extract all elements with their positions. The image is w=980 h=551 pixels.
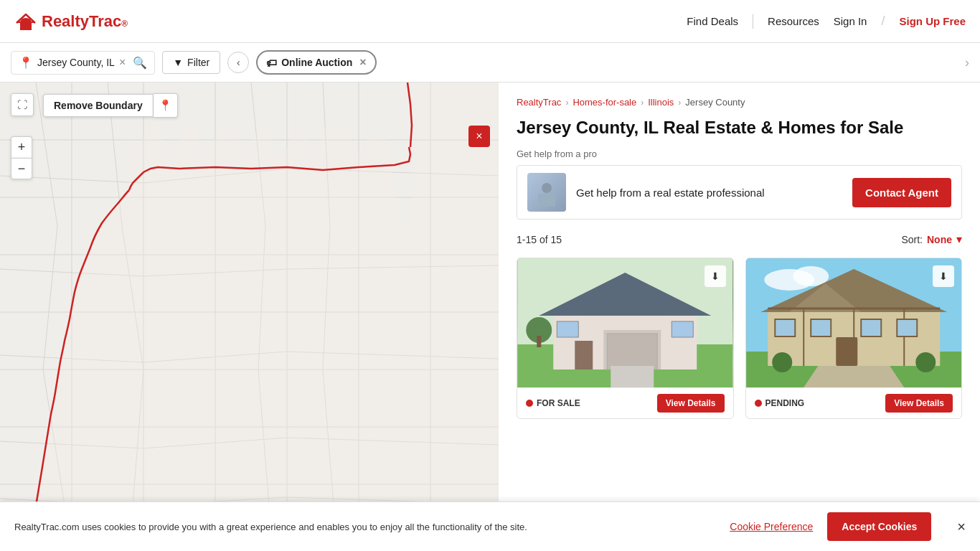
breadcrumb-illinois[interactable]: Illinois xyxy=(648,97,674,108)
logo-text: RealtyTrac® xyxy=(42,12,128,31)
online-auction-badge[interactable]: 🏷 Online Auction × xyxy=(256,50,376,75)
property-grid: ⬇ FOR SALE View Details xyxy=(517,258,962,419)
svg-rect-23 xyxy=(611,366,654,387)
status-dot-2 xyxy=(755,400,762,407)
svg-rect-41 xyxy=(811,319,831,336)
nav-divider xyxy=(753,14,753,29)
search-location-field[interactable]: 📍 Jersey County, IL × 🔍 xyxy=(11,51,155,75)
find-deals-link[interactable]: Find Deals xyxy=(687,15,738,27)
property-image-1: ⬇ xyxy=(517,258,733,387)
property-image-2: ⬇ xyxy=(746,258,962,387)
download-card-2-button[interactable]: ⬇ xyxy=(933,265,954,287)
location-pin-icon: 📍 xyxy=(19,56,33,70)
fullscreen-button[interactable]: ⛶ xyxy=(11,93,34,116)
breadcrumb-sep-1: › xyxy=(565,98,568,108)
card-footer-2: PENDING View Details xyxy=(746,387,962,418)
svg-rect-24 xyxy=(575,341,593,369)
status-for-sale: FOR SALE xyxy=(526,398,580,408)
location-value: Jersey County, IL xyxy=(37,57,115,68)
clear-location-icon[interactable]: × xyxy=(119,56,126,69)
download-card-1-button[interactable]: ⬇ xyxy=(705,265,726,287)
boundary-location-button[interactable]: 📍 xyxy=(154,93,178,118)
house-illustration-2 xyxy=(746,258,962,387)
agent-description: Get help from a real estate professional xyxy=(576,187,842,199)
sort-chevron-icon: ▾ xyxy=(956,232,962,246)
svg-rect-26 xyxy=(672,321,693,337)
breadcrumb-homes-for-sale[interactable]: Homes-for-sale xyxy=(573,97,636,108)
results-header: 1-15 of 15 Sort: None ▾ xyxy=(517,232,962,246)
breadcrumb-sep-2: › xyxy=(641,98,644,108)
svg-point-14 xyxy=(542,183,552,193)
accept-cookies-button[interactable]: Accept Cookies xyxy=(827,512,931,541)
svg-point-46 xyxy=(915,352,936,372)
cookie-actions: Cookie Preference Accept Cookies × xyxy=(730,512,966,541)
sign-in-link[interactable]: Sign In xyxy=(834,15,867,27)
close-icon: × xyxy=(476,130,482,143)
remove-boundary-bar: Remove Boundary 📍 xyxy=(43,93,178,118)
resources-link[interactable]: Resources xyxy=(768,15,819,27)
auction-icon: 🏷 xyxy=(266,57,277,69)
svg-rect-0 xyxy=(18,22,34,23)
breadcrumb: RealtyTrac › Homes-for-sale › Illinois ›… xyxy=(517,97,962,108)
help-label: Get help from a pro xyxy=(517,149,962,159)
view-details-button-2[interactable]: View Details xyxy=(885,394,953,413)
sort-label: Sort: xyxy=(901,234,923,245)
prev-arrow-button[interactable]: ‹ xyxy=(227,52,249,73)
property-card-2[interactable]: ⬇ PENDING View Details xyxy=(745,258,963,419)
house-illustration-1 xyxy=(517,258,733,387)
card-footer-1: FOR SALE View Details xyxy=(517,387,733,418)
svg-rect-44 xyxy=(836,337,857,366)
svg-rect-43 xyxy=(897,319,917,336)
status-pending: PENDING xyxy=(755,398,805,408)
zoom-in-button[interactable]: + xyxy=(11,136,32,158)
map-svg xyxy=(0,83,499,551)
agent-image xyxy=(527,173,566,212)
header: RealtyTrac® Find Deals Resources Sign In… xyxy=(0,0,980,43)
logo-icon xyxy=(14,10,37,33)
view-details-button-1[interactable]: View Details xyxy=(657,394,725,413)
svg-rect-16 xyxy=(538,194,555,207)
agent-banner: Get help from a real estate professional… xyxy=(517,165,962,220)
cookie-text: RealtyTrac.com uses cookies to provide y… xyxy=(14,522,631,532)
search-bar: 📍 Jersey County, IL × 🔍 ▼ Filter ‹ 🏷 Onl… xyxy=(0,43,980,83)
svg-rect-22 xyxy=(607,334,657,369)
header-nav: Find Deals Resources Sign In / Sign Up F… xyxy=(687,14,966,29)
breadcrumb-current: Jersey County xyxy=(685,97,745,108)
cookie-banner: RealtyTrac.com uses cookies to provide y… xyxy=(0,501,980,551)
listing-panel: RealtyTrac › Homes-for-sale › Illinois ›… xyxy=(499,83,980,551)
logo[interactable]: RealtyTrac® xyxy=(14,10,128,33)
filter-icon: ▼ xyxy=(173,57,183,68)
svg-point-45 xyxy=(772,352,792,372)
sort-area[interactable]: Sort: None ▾ xyxy=(901,232,962,246)
cookie-close-icon[interactable]: × xyxy=(957,519,966,535)
zoom-controls: + − xyxy=(11,136,32,179)
zoom-out-button[interactable]: − xyxy=(11,158,32,179)
property-card[interactable]: ⬇ FOR SALE View Details xyxy=(517,258,734,419)
status-dot-1 xyxy=(526,400,533,407)
agent-photo-icon xyxy=(532,178,561,207)
auction-close-icon[interactable]: × xyxy=(359,56,366,69)
location-marker-icon: 📍 xyxy=(159,99,172,112)
close-map-button[interactable]: × xyxy=(468,126,490,147)
remove-boundary-button[interactable]: Remove Boundary xyxy=(43,94,154,117)
page-title: Jersey County, IL Real Estate & Homes fo… xyxy=(517,116,962,138)
filter-button[interactable]: ▼ Filter xyxy=(162,51,220,74)
svg-rect-25 xyxy=(557,321,578,337)
cookie-preference-link[interactable]: Cookie Preference xyxy=(730,521,813,532)
nav-slash: / xyxy=(881,14,885,29)
svg-rect-28 xyxy=(537,336,541,347)
sign-up-link[interactable]: Sign Up Free xyxy=(899,15,966,27)
next-arrow-button[interactable]: › xyxy=(965,55,969,70)
main-content: Remove Boundary 📍 × + − ⛶ RealtyTrac › H… xyxy=(0,83,980,551)
breadcrumb-sep-3: › xyxy=(678,98,681,108)
search-icon[interactable]: 🔍 xyxy=(133,56,147,70)
svg-rect-40 xyxy=(775,319,795,336)
sort-value: None xyxy=(927,234,952,245)
results-count: 1-15 of 15 xyxy=(517,234,562,245)
svg-rect-42 xyxy=(861,319,881,336)
breadcrumb-realtytrac[interactable]: RealtyTrac xyxy=(517,97,561,108)
map-area[interactable]: Remove Boundary 📍 × + − ⛶ xyxy=(0,83,499,551)
contact-agent-button[interactable]: Contact Agent xyxy=(852,178,951,207)
fullscreen-icon: ⛶ xyxy=(17,99,27,110)
